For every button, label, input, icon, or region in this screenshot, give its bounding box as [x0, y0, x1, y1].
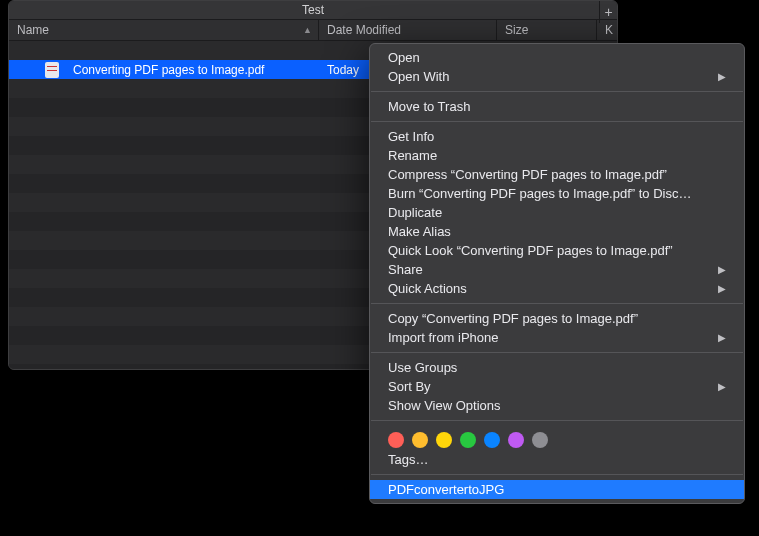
context-menu: Open Open With▶ Move to Trash Get Info R… [369, 43, 745, 504]
submenu-arrow-icon: ▶ [718, 381, 726, 392]
menu-label: Use Groups [388, 360, 457, 375]
menu-label: Compress “Converting PDF pages to Image.… [388, 167, 667, 182]
tag-color-row [370, 426, 744, 450]
menu-share[interactable]: Share▶ [370, 260, 744, 279]
window-title: Test [9, 1, 617, 19]
menu-separator [371, 91, 743, 92]
menu-compress[interactable]: Compress “Converting PDF pages to Image.… [370, 165, 744, 184]
menu-label: Open [388, 50, 420, 65]
menu-view-options[interactable]: Show View Options [370, 396, 744, 415]
menu-burn[interactable]: Burn “Converting PDF pages to Image.pdf”… [370, 184, 744, 203]
column-header-size-label: Size [505, 23, 528, 37]
tag-color-dot[interactable] [436, 432, 452, 448]
menu-quick-look[interactable]: Quick Look “Converting PDF pages to Imag… [370, 241, 744, 260]
column-header-row: Name ▲ Date Modified Size K + [9, 19, 617, 41]
column-header-extra[interactable]: K [597, 20, 618, 40]
menu-rename[interactable]: Rename [370, 146, 744, 165]
menu-label: Duplicate [388, 205, 442, 220]
submenu-arrow-icon: ▶ [718, 283, 726, 294]
menu-copy[interactable]: Copy “Converting PDF pages to Image.pdf” [370, 309, 744, 328]
submenu-arrow-icon: ▶ [718, 264, 726, 275]
menu-get-info[interactable]: Get Info [370, 127, 744, 146]
menu-use-groups[interactable]: Use Groups [370, 358, 744, 377]
sort-ascending-icon: ▲ [303, 25, 312, 35]
menu-separator [371, 474, 743, 475]
column-header-name[interactable]: Name ▲ [9, 20, 319, 40]
menu-label: Burn “Converting PDF pages to Image.pdf”… [388, 186, 691, 201]
tag-color-dot[interactable] [484, 432, 500, 448]
menu-make-alias[interactable]: Make Alias [370, 222, 744, 241]
menu-label: Sort By [388, 379, 431, 394]
tag-color-dot[interactable] [532, 432, 548, 448]
menu-import-iphone[interactable]: Import from iPhone▶ [370, 328, 744, 347]
file-name-cell: Converting PDF pages to Image.pdf [65, 63, 319, 77]
menu-service-pdfconverter[interactable]: PDFconvertertoJPG [370, 480, 744, 499]
column-header-size[interactable]: Size [497, 20, 597, 40]
tag-color-dot[interactable] [388, 432, 404, 448]
tag-color-dot[interactable] [460, 432, 476, 448]
menu-tags[interactable]: Tags… [370, 450, 744, 469]
menu-quick-actions[interactable]: Quick Actions▶ [370, 279, 744, 298]
menu-label: PDFconvertertoJPG [388, 482, 504, 497]
pdf-file-icon [45, 62, 59, 78]
menu-separator [371, 352, 743, 353]
menu-label: Open With [388, 69, 449, 84]
column-header-date[interactable]: Date Modified [319, 20, 497, 40]
menu-label: Move to Trash [388, 99, 470, 114]
menu-open[interactable]: Open [370, 48, 744, 67]
add-column-button[interactable]: + [599, 1, 617, 23]
menu-label: Make Alias [388, 224, 451, 239]
menu-label: Quick Look “Converting PDF pages to Imag… [388, 243, 673, 258]
menu-label: Import from iPhone [388, 330, 499, 345]
menu-label: Rename [388, 148, 437, 163]
menu-label: Tags… [388, 452, 428, 467]
menu-label: Get Info [388, 129, 434, 144]
menu-label: Show View Options [388, 398, 501, 413]
submenu-arrow-icon: ▶ [718, 71, 726, 82]
menu-duplicate[interactable]: Duplicate [370, 203, 744, 222]
menu-separator [371, 303, 743, 304]
submenu-arrow-icon: ▶ [718, 332, 726, 343]
column-header-extra-label: K [605, 23, 613, 37]
menu-label: Copy “Converting PDF pages to Image.pdf” [388, 311, 638, 326]
menu-separator [371, 420, 743, 421]
tag-color-dot[interactable] [412, 432, 428, 448]
menu-label: Share [388, 262, 423, 277]
menu-separator [371, 121, 743, 122]
column-header-name-label: Name [17, 23, 49, 37]
menu-sort-by[interactable]: Sort By▶ [370, 377, 744, 396]
column-header-date-label: Date Modified [327, 23, 401, 37]
menu-label: Quick Actions [388, 281, 467, 296]
menu-trash[interactable]: Move to Trash [370, 97, 744, 116]
tag-color-dot[interactable] [508, 432, 524, 448]
menu-open-with[interactable]: Open With▶ [370, 67, 744, 86]
